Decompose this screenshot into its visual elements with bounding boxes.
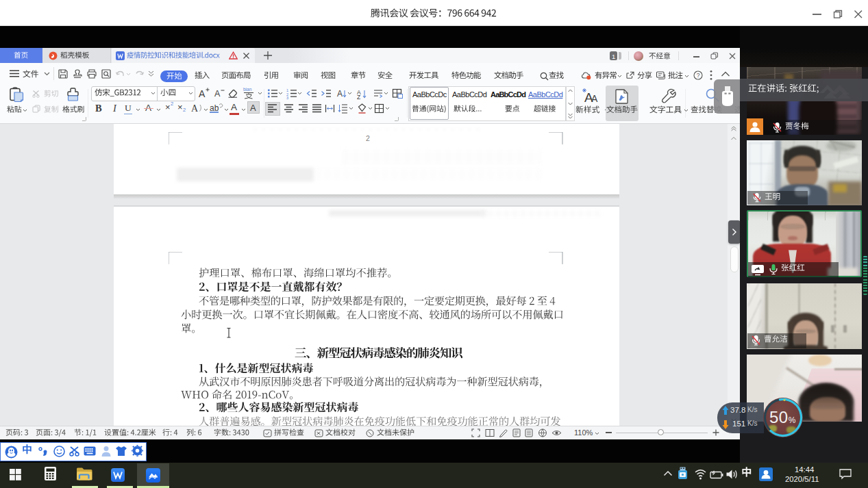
svg-text:ab: ab [210, 103, 219, 113]
svg-text:A: A [337, 89, 343, 99]
svg-text:A: A [591, 93, 598, 104]
svg-text:bian: bian [243, 87, 252, 92]
svg-text:?: ? [697, 72, 700, 79]
svg-text:Z: Z [357, 94, 360, 100]
svg-text:A: A [191, 103, 199, 114]
svg-text:3: 3 [286, 96, 288, 100]
